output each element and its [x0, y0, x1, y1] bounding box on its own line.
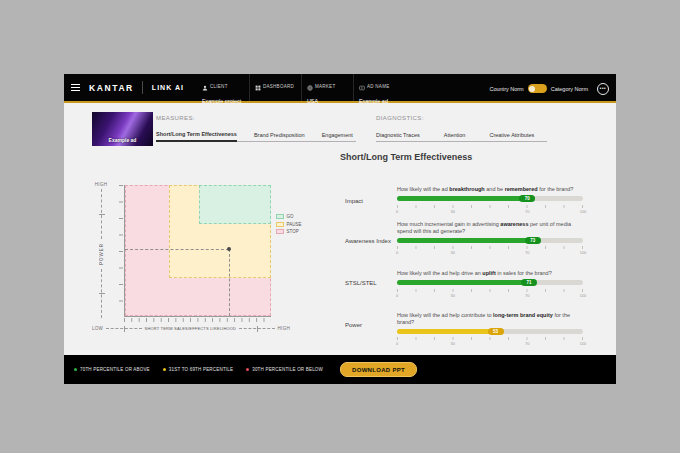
y-axis-line — [101, 189, 102, 239]
hamburger-menu-icon[interactable] — [71, 84, 80, 91]
nav-item-client[interactable]: CLIENT Example project — [197, 74, 249, 101]
percentile-legend-mid: 31ST TO 69TH PERCENTILE — [163, 367, 233, 372]
slider-label: Power — [345, 322, 362, 328]
slider-fill — [397, 238, 533, 243]
y-axis-line — [101, 269, 102, 319]
x-axis-low-label: LOW — [92, 326, 103, 331]
slider-fill — [397, 280, 529, 285]
tab-creative-attributes[interactable]: Creative Attributes — [489, 132, 534, 141]
market-globe-icon — [307, 77, 313, 95]
slider-tick-marks — [397, 289, 583, 292]
slider-label: STSL/STEL — [345, 280, 377, 286]
tab-diagnostic-traces[interactable]: Diagnostic Traces — [376, 132, 420, 141]
x-axis-line — [239, 328, 274, 329]
slider-row-stsl-stel: STSL/STEL How likely will the ad help dr… — [345, 270, 585, 298]
header-right-cluster: Country Norm Category Norm ••• — [489, 74, 609, 103]
red-dot-icon — [246, 368, 249, 371]
dashboard-icon — [255, 77, 261, 95]
yellow-dot-icon — [163, 368, 166, 371]
slider-bar: 70 — [397, 195, 583, 202]
crosshair-v — [229, 249, 230, 316]
percentile-legend-low: 30TH PERCENTILE OR BELOW — [246, 367, 323, 372]
slider-value-badge: 71 — [521, 279, 537, 286]
slider-tick-marks — [397, 246, 583, 249]
crosshair-h — [125, 249, 229, 250]
diagnostics-tabs: Diagnostic Traces Attention Creative Att… — [376, 126, 547, 142]
slider-tick-labels: 03070100 — [397, 250, 583, 255]
legend-swatch-pause — [276, 222, 284, 227]
slider-tick-labels: 03070100 — [397, 293, 583, 298]
download-ppt-button[interactable]: DOWNLOAD PPT — [340, 362, 417, 377]
slider-fill — [397, 196, 527, 201]
green-dot-icon — [74, 368, 77, 371]
tab-attention[interactable]: Attention — [444, 132, 466, 141]
country-norm-label: Country Norm — [489, 86, 523, 92]
diagnostics-heading: DIAGNOSTICS: — [376, 115, 424, 121]
product-name: LINK AI — [152, 84, 184, 91]
slider-question: How much incremental gain in advertising… — [397, 221, 583, 234]
slider-question: How likely will the ad help contribute t… — [397, 312, 583, 325]
header-divider — [142, 81, 143, 94]
x-axis: LOW SHORT TERM SALES/EFFECTS LIKELIHOOD … — [92, 326, 290, 331]
kantar-logo: KANTAR — [89, 83, 134, 93]
slider-tick-marks — [397, 337, 583, 340]
chart-legend: GO PAUSE STOP — [276, 214, 301, 237]
region-go — [199, 185, 271, 224]
y-axis: HIGH POWER — [95, 182, 107, 320]
slider-question: How likely will the ad breakthrough and … — [397, 186, 583, 193]
slider-bar: 73 — [397, 237, 583, 244]
legend-swatch-stop — [276, 229, 284, 234]
footer-bar: 70TH PERCENTILE OR ABOVE 31ST TO 69TH PE… — [64, 355, 616, 384]
category-norm-label: Category Norm — [551, 86, 588, 92]
tab-short-long-term-effectiveness[interactable]: Short/Long Term Effectiveness — [156, 131, 237, 142]
chart-point — [227, 247, 231, 251]
toggle-knob — [529, 86, 535, 92]
ad-thumbnail[interactable]: Example ad — [92, 112, 153, 146]
tab-engagement[interactable]: Engagement — [322, 132, 353, 141]
slider-row-power: Power How likely will the ad help contri… — [345, 312, 585, 346]
slider-row-awareness-index: Awareness Index How much incremental gai… — [345, 221, 585, 255]
slider-tick-labels: 03070100 — [397, 341, 583, 346]
slider-tick-labels: 03070100 — [397, 209, 583, 214]
quadrant-plot — [124, 185, 271, 317]
x-axis-title: SHORT TERM SALES/EFFECTS LIKELIHOOD — [145, 326, 237, 331]
legend-item-pause: PAUSE — [276, 222, 301, 227]
more-options-icon[interactable]: ••• — [597, 83, 609, 95]
slider-fill — [397, 329, 496, 334]
slider-tick-marks — [397, 205, 583, 208]
norm-toggle[interactable] — [528, 84, 547, 93]
nav-item-ad-name[interactable]: AD NAME Example ad — [353, 74, 423, 101]
client-icon — [202, 77, 208, 95]
legend-item-go: GO — [276, 214, 301, 219]
tab-brand-predisposition[interactable]: Brand Predisposition — [254, 132, 305, 141]
slider-bar: 71 — [397, 279, 583, 286]
ad-name-icon — [359, 77, 365, 95]
measures-tabs: Short/Long Term Effectiveness Brand Pred… — [156, 126, 356, 142]
nav-item-dashboard[interactable]: DASHBOARD — [249, 74, 301, 101]
slider-value-badge: 70 — [519, 195, 535, 202]
ad-thumbnail-caption: Example ad — [109, 137, 137, 143]
x-axis-high-label: HIGH — [278, 326, 290, 331]
app-window: KANTAR LINK AI CLIENT Example project DA… — [64, 74, 616, 384]
measures-heading: MEASURES: — [156, 115, 195, 121]
slider-value-badge: 73 — [525, 237, 541, 244]
slider-question: How likely will the ad help drive an upl… — [397, 270, 583, 277]
legend-item-stop: STOP — [276, 229, 301, 234]
y-axis-ticks — [119, 185, 123, 317]
y-axis-high-label: HIGH — [95, 182, 107, 187]
slider-label: Impact — [345, 198, 363, 204]
y-axis-title: POWER — [99, 243, 104, 265]
header-nav: CLIENT Example project DASHBOARD MARKET … — [197, 74, 423, 101]
page-title: Short/Long Term Effectiveness — [340, 152, 472, 162]
top-header: KANTAR LINK AI CLIENT Example project DA… — [64, 74, 616, 103]
slider-value-badge: 53 — [488, 328, 504, 335]
slider-label: Awareness Index — [345, 238, 391, 244]
legend-swatch-go — [276, 214, 284, 219]
percentile-legend-high: 70TH PERCENTILE OR ABOVE — [74, 367, 150, 372]
x-axis-ticks — [124, 318, 271, 322]
slider-bar: 53 — [397, 328, 583, 335]
x-axis-line — [106, 328, 141, 329]
slider-row-impact: Impact How likely will the ad breakthrou… — [345, 186, 585, 214]
nav-item-market[interactable]: MARKET USA — [301, 74, 353, 101]
